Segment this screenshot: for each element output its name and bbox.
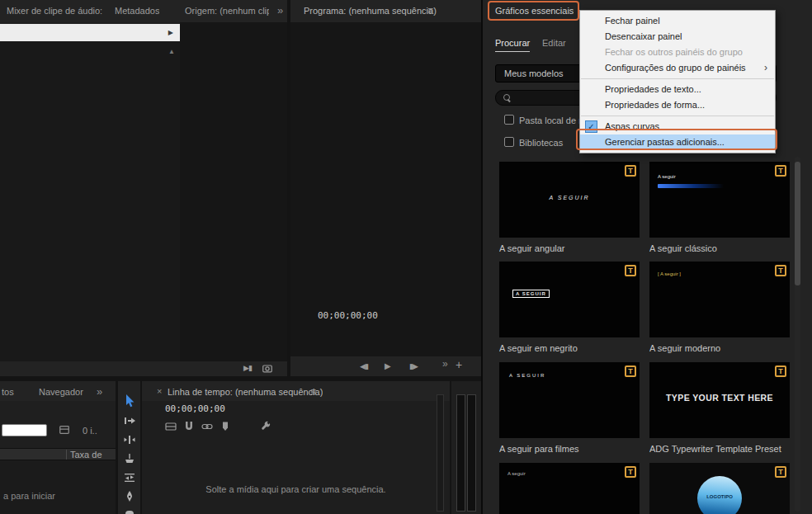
hand-tool-button[interactable] — [123, 509, 136, 514]
column-header-frame-rate[interactable]: Taxa de — [70, 450, 102, 460]
menu-item-close-other-panels: Fechar os outros painéis do grupo — [580, 45, 775, 60]
panel-overflow-icon[interactable]: » — [97, 385, 102, 398]
scroll-up-icon[interactable]: ▲ — [168, 48, 175, 55]
menu-item-label: Configurações do grupo de painéis — [605, 63, 746, 73]
timeline-panel-menu-icon[interactable]: ≡ — [310, 386, 316, 398]
mogrt-badge-icon: T — [775, 165, 786, 177]
razor-tool-button[interactable] — [123, 452, 136, 465]
menu-separator — [581, 78, 774, 79]
menu-item-undock-panel[interactable]: Desencaixar painel — [580, 29, 775, 45]
panel-overflow-icon[interactable]: » — [277, 4, 283, 17]
check-icon: ✓ — [585, 120, 597, 133]
export-frame-icon[interactable] — [262, 362, 273, 375]
step-back-icon[interactable]: ◀▮ — [360, 362, 368, 370]
template-name: ADG Typewriter Template Preset — [649, 444, 790, 454]
mogrt-badge-icon: T — [625, 365, 636, 377]
template-thumbnail: TYPE YOUR TEXT HERE T — [649, 362, 790, 438]
slip-icon — [123, 471, 136, 484]
insert-overwrite-icon[interactable] — [165, 421, 177, 432]
tab-program-monitor[interactable]: Programa: (nenhuma sequência) — [304, 6, 437, 16]
mogrt-badge-icon: T — [625, 466, 636, 478]
track-select-forward-tool-button[interactable] — [123, 414, 136, 427]
template-card-row4-left[interactable]: A seguir T — [499, 463, 640, 514]
eg-scrollbar-thumb[interactable] — [795, 162, 800, 285]
template-name: A seguir para filmes — [499, 444, 640, 454]
tab-metadata[interactable]: Metadados — [115, 6, 159, 16]
panel-context-menu: Fechar painel Desencaixar painel Fechar … — [579, 10, 776, 153]
libraries-checkbox[interactable] — [504, 137, 514, 147]
program-panel-menu-icon[interactable]: ≡ — [427, 5, 433, 17]
thumbnail-text: LOGOTIPO — [697, 494, 742, 499]
template-thumbnail: [ A seguir ] T — [649, 262, 790, 337]
template-name: A seguir em negrito — [499, 343, 640, 353]
gradient-bar — [658, 184, 724, 188]
tab-timeline[interactable]: Linha de tempo: (nenhuma sequência) — [168, 387, 323, 397]
source-footer-bar: ▶▮ — [0, 361, 287, 376]
tab-effects-partial[interactable]: tos — [2, 387, 14, 397]
tab-browse[interactable]: Procurar — [495, 38, 530, 52]
project-tabbar: tos Navegador » — [0, 381, 116, 401]
mogrt-badge-icon: T — [625, 265, 636, 276]
menu-item-text-properties[interactable]: Propriedades de texto... — [580, 82, 775, 97]
template-card-a-seguir-em-negrito[interactable]: A SEGUIR T A seguir em negrito — [499, 262, 640, 353]
linked-selection-icon[interactable] — [201, 421, 213, 432]
add-marker-icon[interactable] — [220, 421, 231, 432]
transport-overflow-icon[interactable]: » — [442, 358, 448, 370]
template-card-a-seguir-classico[interactable]: A seguir T A seguir clássico — [649, 162, 790, 253]
selection-tool-button[interactable] — [123, 394, 136, 408]
template-card-row4-logo[interactable]: LOGOTIPO T — [649, 463, 790, 514]
panel-group-timeline: × Linha de tempo: (nenhuma sequência) ≡ … — [142, 381, 450, 514]
tools-panel — [118, 381, 140, 514]
ripple-edit-tool-button[interactable] — [123, 433, 136, 446]
track-select-icon — [123, 414, 136, 427]
mogrt-badge-icon: T — [775, 265, 786, 276]
audio-meter-right — [467, 394, 476, 512]
add-button-icon[interactable]: + — [456, 358, 462, 371]
mogrt-badge-icon: T — [775, 365, 786, 377]
snap-icon[interactable] — [183, 421, 195, 432]
menu-item-shape-properties[interactable]: Propriedades de forma... — [580, 97, 775, 113]
tab-essential-graphics[interactable]: Gráficos essenciais — [495, 6, 574, 16]
close-tab-icon[interactable]: × — [157, 386, 162, 396]
timeline-drop-hint: Solte a mídia aqui para criar uma sequên… — [142, 484, 450, 494]
my-templates-label: Meus modelos — [504, 68, 564, 78]
menu-item-panel-group-settings[interactable]: Configurações do grupo de painéis › — [580, 60, 775, 76]
thumbnail-text: [ A seguir ] — [658, 271, 681, 276]
play-icon[interactable]: ▶ — [385, 361, 391, 370]
tab-audio-clip-mixer[interactable]: Mixer de clipe de áudio: — [7, 6, 102, 16]
local-templates-checkbox[interactable] — [504, 115, 514, 125]
program-timecode[interactable]: 00;00;00;00 — [318, 310, 378, 321]
panel-group-source: Mixer de clipe de áudio: Metadados Orige… — [0, 0, 287, 376]
slip-tool-button[interactable] — [123, 471, 136, 484]
source-group-tabbar: Mixer de clipe de áudio: Metadados Orige… — [0, 0, 287, 22]
program-monitor-area: 00;00;00;00 — [290, 22, 481, 356]
column-divider[interactable] — [66, 450, 67, 460]
menu-item-manage-additional-folders[interactable]: Gerenciar pastas adicionais... — [580, 134, 775, 150]
tab-media-browser[interactable]: Navegador — [39, 387, 87, 397]
ripple-edit-icon — [123, 433, 136, 446]
template-card-a-seguir-para-filmes[interactable]: A SEGUIR T A seguir para filmes — [499, 362, 640, 454]
timeline-timecode[interactable]: 00;00;00;00 — [165, 403, 225, 414]
pen-tool-button[interactable] — [123, 490, 136, 503]
tab-edit[interactable]: Editar — [542, 38, 566, 48]
project-empty-area — [0, 460, 116, 514]
scroll-right-icon[interactable]: ▶ — [168, 29, 173, 36]
template-card-adg-typewriter[interactable]: TYPE YOUR TEXT HERE T ADG Typewriter Tem… — [649, 362, 790, 454]
template-card-a-seguir-moderno[interactable]: [ A seguir ] T A seguir moderno — [649, 262, 790, 353]
menu-item-close-panel[interactable]: Fechar painel — [580, 13, 775, 29]
thumbnail-view-icon[interactable] — [59, 424, 70, 436]
template-name: A seguir clássico — [649, 243, 790, 253]
thumbnail-text: TYPE YOUR TEXT HERE — [649, 393, 790, 403]
tab-source-monitor[interactable]: Origem: (nenhum clip — [185, 6, 269, 16]
thumbnail-text: A seguir — [508, 471, 526, 476]
mixer-content-area: ▲ — [0, 41, 180, 361]
project-filter-input[interactable] — [2, 424, 47, 436]
template-thumbnail: A seguir T — [499, 463, 640, 514]
mogrt-badge-icon: T — [775, 466, 786, 478]
step-forward-icon[interactable]: ▮▶ — [409, 362, 418, 370]
play-to-out-icon[interactable]: ▶▮ — [243, 364, 252, 372]
thumbnail-text: A SEGUIR — [512, 290, 550, 298]
timeline-settings-wrench-icon[interactable] — [261, 421, 272, 432]
menu-item-curly-quotes[interactable]: ✓ Aspas curvas — [580, 119, 775, 134]
template-card-a-seguir-angular[interactable]: A SEGUIR T A seguir angular — [499, 162, 640, 253]
